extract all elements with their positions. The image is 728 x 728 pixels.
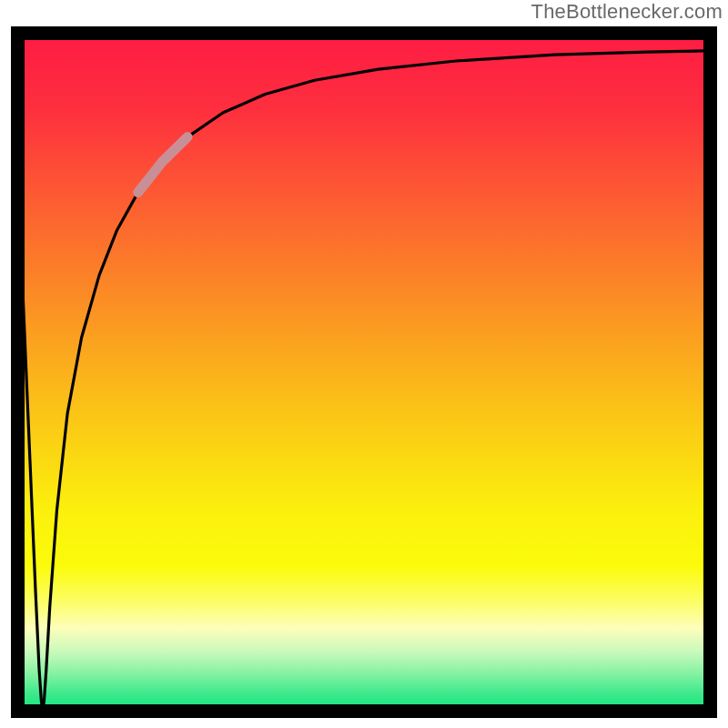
plot-svg [11, 26, 717, 718]
chart-root: TheBottlenecker.com [0, 0, 728, 728]
background-gradient [11, 26, 717, 718]
plot-area [11, 26, 717, 718]
attribution-text: TheBottlenecker.com [531, 0, 723, 24]
